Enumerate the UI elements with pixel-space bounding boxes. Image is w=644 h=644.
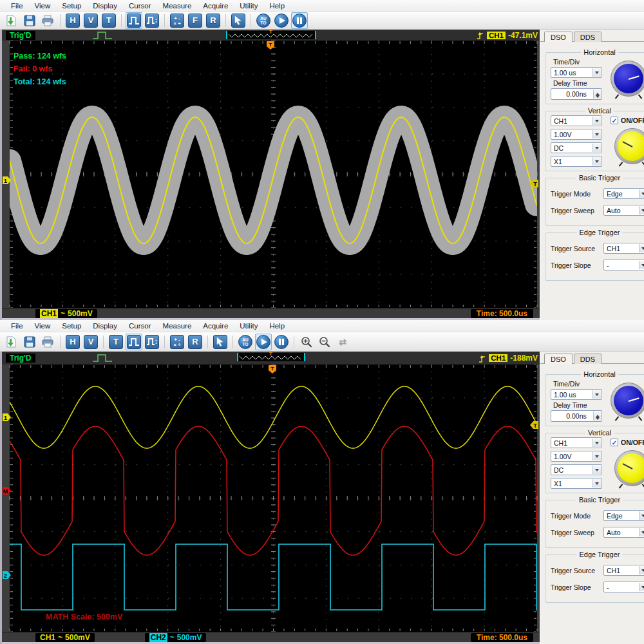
scope-display[interactable]: MATH Scale: 500mV1M2TT [2, 365, 540, 632]
trigger-slope-row: Trigger Slope- [551, 582, 644, 592]
coupling-select[interactable]: DC [551, 464, 602, 475]
menu-item-measure[interactable]: Measure [157, 1, 198, 10]
trigger-panel-button[interactable]: T [100, 12, 117, 29]
spinner-buttons[interactable] [593, 412, 601, 421]
menu-item-file[interactable]: File [5, 1, 29, 10]
math-button[interactable]: + -× ÷ [169, 12, 185, 29]
probe-select[interactable]: X1 [551, 478, 602, 489]
menu-item-file[interactable]: File [5, 321, 29, 330]
multi-waveform-button[interactable] [144, 334, 160, 350]
menu-item-utility[interactable]: Utility [234, 1, 263, 10]
horizontal-panel-button[interactable]: H [64, 334, 81, 350]
zoom-in-button[interactable] [298, 334, 315, 350]
menu-item-measure[interactable]: Measure [157, 321, 198, 330]
auto-setup-button[interactable]: AUTO [237, 334, 254, 350]
tab-dds[interactable]: DDS [574, 32, 601, 42]
vertical-panel-button[interactable]: V [82, 334, 99, 350]
save-button[interactable] [21, 12, 38, 29]
trigger-mode-select[interactable]: Edge [603, 510, 644, 521]
coupling-symbol: ~ [58, 633, 62, 642]
single-waveform-button[interactable] [126, 12, 142, 29]
trigger-sweep-select[interactable]: Auto [603, 527, 644, 538]
checkbox-check-icon: ✓ [611, 439, 618, 446]
menu-item-view[interactable]: View [29, 321, 57, 330]
vertical-knob[interactable] [614, 128, 644, 164]
delay-time-input[interactable]: 0.00ns [551, 88, 602, 100]
status-bar: CH1~500mV Time: 500.0us [2, 308, 540, 318]
print-button[interactable] [39, 334, 56, 350]
multi-waveform-button[interactable] [144, 12, 160, 29]
math-button[interactable]: + -× ÷ [169, 334, 185, 350]
horizontal-knob[interactable] [611, 61, 644, 97]
menu-item-display[interactable]: Display [87, 1, 123, 10]
fft-button[interactable]: F [187, 12, 204, 29]
channel-select[interactable]: CH1 [551, 437, 602, 448]
trigger-source-value: CH1 [607, 245, 620, 252]
cursor-tool-button[interactable] [230, 12, 247, 29]
print-button[interactable] [39, 12, 56, 29]
knob-face [614, 64, 643, 93]
trigger-source-select[interactable]: CH1 [603, 565, 644, 576]
channel-onoff-checkbox[interactable]: ✓ ON/OFF [611, 117, 644, 124]
vertical-panel-button[interactable]: V [82, 12, 99, 29]
scope-display[interactable]: Pass: 124 wfsFail: 0 wfsTotal: 124 wfs1T… [2, 41, 540, 308]
menu-item-acquire[interactable]: Acquire [197, 321, 234, 330]
menu-item-view[interactable]: View [29, 1, 57, 10]
horizontal-knob[interactable] [611, 383, 644, 419]
menu-item-utility[interactable]: Utility [234, 321, 263, 330]
auto-setup-button[interactable]: AUTO [255, 12, 272, 29]
menu-item-acquire[interactable]: Acquire [197, 1, 234, 10]
trigger-slope-select[interactable]: - [603, 582, 644, 592]
tab-dso[interactable]: DSO [544, 32, 573, 42]
zoom-out-button[interactable] [316, 334, 333, 350]
open-button[interactable] [3, 334, 20, 350]
open-button[interactable] [3, 12, 20, 29]
menu-item-cursor[interactable]: Cursor [123, 1, 157, 10]
oscilloscope-window-bottom: FileViewSetupDisplayCursorMeasureAcquire… [0, 320, 644, 644]
single-waveform-button[interactable] [126, 334, 142, 350]
trigger-panel-button[interactable]: T [108, 334, 124, 350]
chevron-down-icon [592, 117, 601, 125]
menu-item-help[interactable]: Help [263, 1, 290, 10]
run-button[interactable] [255, 334, 272, 350]
volts-div-select[interactable]: 1.00V [551, 129, 602, 140]
timediv-select[interactable]: 1.00 us [551, 67, 602, 78]
menu-item-help[interactable]: Help [263, 321, 290, 330]
channel-onoff-checkbox[interactable]: ✓ ON/OFF [611, 439, 644, 446]
menu-item-setup[interactable]: Setup [56, 321, 87, 330]
toolbar-separator [60, 14, 61, 27]
trigger-rows: Trigger SourceCH1Trigger Slope- [549, 243, 644, 270]
delay-time-input[interactable]: 0.00ns [551, 410, 602, 422]
vertical-panel-icon: V [84, 335, 98, 349]
run-button[interactable] [273, 12, 290, 29]
reference-button[interactable]: R [187, 334, 204, 350]
transfer-button[interactable]: ⇄ [334, 334, 351, 350]
channel-select[interactable]: CH1 [551, 115, 602, 126]
trigger-mode-select[interactable]: Edge [603, 188, 644, 199]
pause-button[interactable] [291, 12, 308, 29]
tab-dds[interactable]: DDS [574, 354, 601, 364]
delay-time-label: Delay Time [553, 79, 604, 87]
trigger-mode-value: Edge [607, 512, 623, 520]
waveform-preview[interactable]: T [237, 353, 305, 361]
vertical-knob[interactable] [614, 450, 644, 486]
pause-icon [292, 14, 307, 28]
cursor-tool-button[interactable] [212, 334, 229, 350]
menu-item-display[interactable]: Display [87, 321, 123, 330]
pause-button[interactable] [273, 334, 290, 350]
volts-div-select[interactable]: 1.00V [551, 451, 602, 462]
timediv-select[interactable]: 1.00 us [551, 389, 602, 400]
probe-select[interactable]: X1 [551, 156, 602, 167]
coupling-select[interactable]: DC [551, 142, 602, 153]
tab-dso[interactable]: DSO [544, 354, 573, 364]
waveform-preview[interactable]: T [226, 31, 316, 39]
menu-item-cursor[interactable]: Cursor [123, 321, 157, 330]
menu-item-setup[interactable]: Setup [56, 1, 87, 10]
save-button[interactable] [21, 334, 38, 350]
trigger-slope-select[interactable]: - [603, 260, 644, 270]
reference-button[interactable]: R [205, 12, 222, 29]
spinner-buttons[interactable] [593, 90, 601, 99]
horizontal-panel-button[interactable]: H [64, 12, 81, 29]
trigger-sweep-select[interactable]: Auto [603, 205, 644, 216]
trigger-source-select[interactable]: CH1 [603, 243, 644, 254]
